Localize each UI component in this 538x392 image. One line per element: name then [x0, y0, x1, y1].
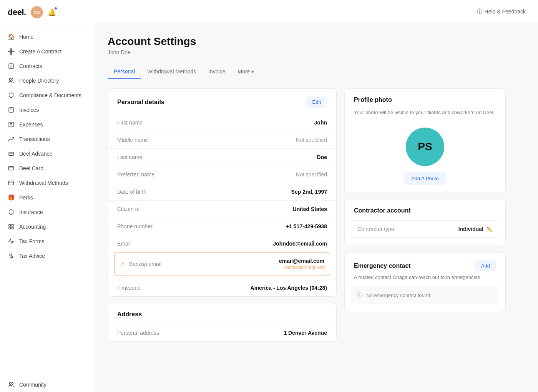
- community-icon: [8, 381, 15, 388]
- invoices-icon: [8, 106, 15, 113]
- page-title: Account Settings: [108, 35, 506, 48]
- table-row: First name John: [108, 114, 336, 131]
- sidebar-item-label: Deel Advance: [19, 151, 52, 157]
- verification-required-text: Verification required: [279, 265, 324, 270]
- sidebar-item-contracts[interactable]: Contracts: [0, 59, 95, 73]
- contractor-account-card: Contractor account Contractor type Indiv…: [344, 199, 506, 246]
- help-feedback-link[interactable]: ⓘ Help & Feedback: [477, 8, 526, 15]
- svg-rect-12: [8, 166, 13, 170]
- contractor-type-row: Contractor type Individual ✏️: [351, 220, 499, 238]
- field-value: Sep 2nd, 1997: [291, 189, 327, 195]
- field-value: Johndoe@email.com: [273, 241, 327, 247]
- accounting-icon: [8, 223, 15, 230]
- table-row: Email Johndoe@email.com: [108, 235, 336, 252]
- personal-details-card: Personal details Edit First name John Mi…: [108, 88, 337, 297]
- svg-rect-18: [12, 227, 13, 229]
- sidebar-item-label: Tax Forms: [19, 238, 44, 244]
- edit-button[interactable]: Edit: [306, 96, 327, 108]
- field-label: Phone number: [117, 223, 153, 229]
- transactions-icon: [8, 136, 15, 143]
- sidebar-item-perks[interactable]: 🎁 Perks: [0, 190, 95, 205]
- deel-card-icon: [8, 165, 15, 172]
- tab-more[interactable]: More ▾: [231, 65, 260, 79]
- table-row: Citizen of United States: [108, 200, 336, 218]
- sidebar-item-label: Home: [19, 34, 33, 40]
- sidebar-item-home[interactable]: 🏠 Home: [0, 30, 95, 44]
- community-label: Community: [19, 382, 46, 388]
- no-contact-text: No emergency contact found: [366, 292, 430, 298]
- sidebar-item-create-contract[interactable]: ➕ Create A Contract: [0, 44, 95, 59]
- table-row: Preferred name Not specified: [108, 166, 336, 183]
- help-icon: ⓘ: [477, 8, 482, 15]
- table-row: Phone number +1 517-429-5938: [108, 218, 336, 235]
- address-title: Address: [117, 311, 142, 318]
- tax-forms-icon: [8, 238, 15, 245]
- page-subtitle: John Doe: [108, 49, 506, 55]
- user-avatar[interactable]: CS: [31, 6, 43, 18]
- sidebar-item-expenses[interactable]: Expenses: [0, 117, 95, 132]
- sidebar-item-invoices[interactable]: Invoices: [0, 103, 95, 117]
- withdrawal-icon: [8, 179, 15, 186]
- field-value: 1 Denver Avenue: [284, 330, 327, 336]
- sidebar-item-deel-card[interactable]: Deel Card: [0, 161, 95, 176]
- field-label: Last name: [117, 154, 142, 160]
- sidebar-item-label: Create A Contract: [19, 48, 62, 55]
- field-value: United States: [293, 206, 327, 212]
- field-label: First name: [117, 120, 143, 126]
- tab-withdrawal-methods[interactable]: Withdrawal Methods: [141, 65, 202, 79]
- table-row: Date of birth Sep 2nd, 1997: [108, 183, 336, 200]
- address-header: Address: [108, 303, 336, 324]
- perks-icon: 🎁: [8, 194, 15, 201]
- sidebar-item-label: Expenses: [19, 121, 43, 128]
- sidebar-item-compliance-documents[interactable]: Compliance & Documents: [0, 88, 95, 103]
- emergency-contact-description: A trusted contact Onaga can reach out to…: [345, 274, 505, 286]
- svg-rect-16: [9, 224, 11, 226]
- edit-contractor-type-icon[interactable]: ✏️: [487, 226, 493, 232]
- sidebar-item-label: Deel Card: [19, 165, 43, 171]
- chevron-down-icon: ▾: [251, 68, 254, 75]
- add-emergency-contact-button[interactable]: Add: [475, 260, 496, 271]
- sidebar-header: deel. CS 🔔: [0, 0, 95, 25]
- sidebar-item-label: Perks: [19, 194, 33, 201]
- sidebar-item-accounting[interactable]: Accounting: [0, 219, 95, 234]
- notification-badge: [54, 7, 58, 10]
- notifications-bell[interactable]: 🔔: [48, 8, 56, 17]
- add-photo-button[interactable]: Add A Photo: [404, 172, 447, 185]
- sidebar-item-label: Insurance: [19, 209, 43, 215]
- tab-invoice[interactable]: Invoice: [202, 65, 231, 79]
- sidebar-item-tax-advice[interactable]: Tax Advice: [0, 249, 95, 263]
- sidebar: deel. CS 🔔 🏠 Home ➕ Create A Contract Co…: [0, 0, 95, 392]
- sidebar-item-label: Compliance & Documents: [19, 92, 81, 98]
- sidebar-item-tax-forms[interactable]: Tax Forms: [0, 234, 95, 249]
- table-row: Timezone America - Los Angeles (04:28): [108, 279, 336, 296]
- field-value: +1 517-429-5938: [286, 223, 327, 229]
- sidebar-item-community[interactable]: Community: [0, 377, 95, 392]
- svg-point-21: [9, 382, 11, 384]
- contractor-account-header: Contractor account: [345, 199, 505, 220]
- tabs: Personal Withdrawal Methods Invoice More…: [108, 65, 506, 79]
- help-label: Help & Feedback: [485, 8, 526, 15]
- field-value: Not specified: [296, 137, 327, 143]
- sidebar-item-label: Withdrawal Methods: [19, 180, 68, 186]
- svg-rect-19: [9, 227, 11, 229]
- address-card: Address Personal address 1 Denver Avenue: [108, 303, 337, 342]
- sidebar-item-deel-advance[interactable]: Deel Advance: [0, 146, 95, 161]
- tab-personal[interactable]: Personal: [108, 65, 141, 79]
- field-value: America - Los Angeles (04:28): [251, 285, 327, 291]
- home-icon: 🏠: [8, 33, 15, 40]
- no-emergency-contact: ⓘ No emergency contact found: [351, 286, 499, 304]
- logo: deel.: [8, 7, 26, 17]
- insurance-icon: [8, 209, 15, 216]
- sidebar-item-insurance[interactable]: Insurance: [0, 205, 95, 219]
- warning-icon: ⚠: [120, 261, 125, 268]
- main-content: ⓘ Help & Feedback Account Settings John …: [95, 0, 538, 392]
- contractor-account-title: Contractor account: [354, 207, 411, 214]
- table-row: Middle name Not specified: [108, 131, 336, 148]
- field-label: Personal address: [117, 330, 159, 336]
- sidebar-item-transactions[interactable]: Transactions: [0, 132, 95, 146]
- sidebar-item-label: Accounting: [19, 224, 46, 230]
- sidebar-item-people-directory[interactable]: People Directory: [0, 73, 95, 88]
- sidebar-item-withdrawal-methods[interactable]: Withdrawal Methods: [0, 176, 95, 190]
- contracts-icon: [8, 63, 15, 70]
- personal-details-header: Personal details Edit: [108, 89, 336, 114]
